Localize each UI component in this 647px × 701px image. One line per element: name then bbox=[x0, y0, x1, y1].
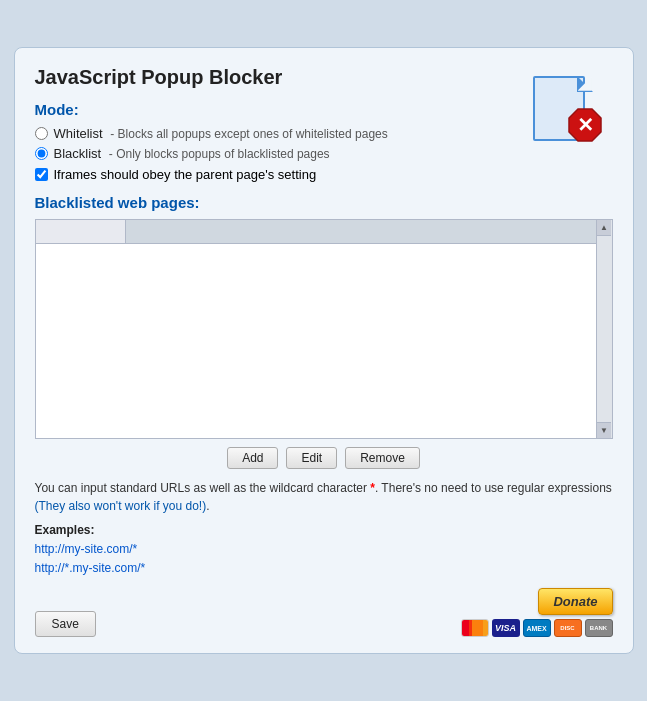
iframe-row: Iframes should obey the parent page's se… bbox=[35, 167, 613, 182]
bank-icon: BANK bbox=[585, 619, 613, 637]
no-regex-text: (They also won't work if you do!) bbox=[35, 499, 207, 513]
examples-section: Examples: http://my-site.com/* http://*.… bbox=[35, 523, 613, 578]
iframe-label[interactable]: Iframes should obey the parent page's se… bbox=[54, 167, 317, 182]
blacklist-label: Blacklist bbox=[54, 146, 102, 161]
page-title: JavaScript Popup Blocker bbox=[35, 66, 613, 89]
donate-button[interactable]: Donate bbox=[538, 588, 612, 615]
main-panel: ✕ JavaScript Popup Blocker Mode: Whiteli… bbox=[14, 47, 634, 654]
visa-icon: VISA bbox=[492, 619, 520, 637]
whitelist-radio[interactable] bbox=[35, 127, 48, 140]
bottom-row: Save Donate VISA AMEX DISC BANK bbox=[35, 588, 613, 637]
save-button[interactable]: Save bbox=[35, 611, 96, 637]
example-link-2[interactable]: http://*.my-site.com/* bbox=[35, 559, 613, 578]
donate-area: Donate VISA AMEX DISC BANK bbox=[461, 588, 613, 637]
mastercard-icon bbox=[461, 619, 489, 637]
table-header-col2 bbox=[126, 220, 612, 243]
info-after: . There's no need to use regular express… bbox=[375, 481, 612, 495]
payment-icons: VISA AMEX DISC BANK bbox=[461, 619, 613, 637]
table-header-col1 bbox=[36, 220, 126, 243]
add-button[interactable]: Add bbox=[227, 447, 278, 469]
scrollbar-up[interactable]: ▲ bbox=[597, 220, 611, 236]
app-icon: ✕ bbox=[533, 66, 613, 146]
whitelist-label: Whitelist bbox=[54, 126, 103, 141]
action-buttons: Add Edit Remove bbox=[35, 447, 613, 469]
mode-label: Mode: bbox=[35, 101, 613, 118]
info-before: You can input standard URLs as well as t… bbox=[35, 481, 371, 495]
table-header bbox=[36, 220, 612, 244]
info-period: . bbox=[206, 499, 209, 513]
example-link-1[interactable]: http://my-site.com/* bbox=[35, 540, 613, 559]
edit-button[interactable]: Edit bbox=[286, 447, 337, 469]
svg-text:✕: ✕ bbox=[576, 114, 593, 136]
blacklist-desc: - Only blocks popups of blacklisted page… bbox=[109, 147, 330, 161]
iframe-checkbox[interactable] bbox=[35, 168, 48, 181]
whitelist-row: Whitelist - Blocks all popups except one… bbox=[35, 126, 613, 141]
discover-icon: DISC bbox=[554, 619, 582, 637]
examples-label: Examples: bbox=[35, 523, 613, 537]
blacklist-table: ▲ ▼ bbox=[35, 219, 613, 439]
remove-button[interactable]: Remove bbox=[345, 447, 420, 469]
amex-icon: AMEX bbox=[523, 619, 551, 637]
scrollbar[interactable]: ▲ ▼ bbox=[596, 220, 612, 438]
blacklist-row: Blacklist - Only blocks popups of blackl… bbox=[35, 146, 613, 161]
scrollbar-down[interactable]: ▼ bbox=[597, 422, 611, 438]
info-text: You can input standard URLs as well as t… bbox=[35, 479, 613, 515]
blacklist-radio[interactable] bbox=[35, 147, 48, 160]
whitelist-desc: - Blocks all popups except ones of white… bbox=[110, 127, 388, 141]
blacklist-section-label: Blacklisted web pages: bbox=[35, 194, 613, 211]
